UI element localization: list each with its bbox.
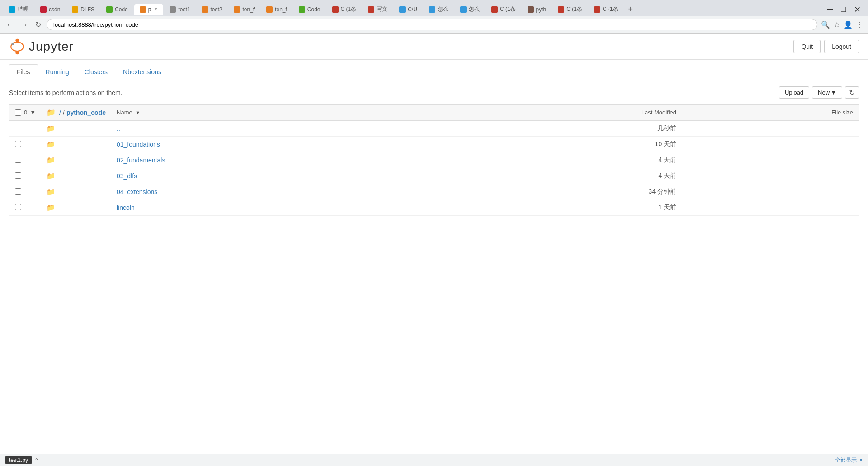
tab-code1[interactable]: Code bbox=[101, 4, 133, 15]
url-input[interactable] bbox=[53, 21, 811, 28]
tab-c3[interactable]: C (1条 bbox=[552, 3, 588, 16]
th-select-all[interactable]: 0 ▼ bbox=[9, 105, 42, 121]
tab-p-active[interactable]: p ✕ bbox=[134, 4, 164, 15]
tab-files[interactable]: Files bbox=[9, 64, 38, 79]
tab-favicon-c4 bbox=[594, 6, 600, 13]
td-icon-extensions: 📁 bbox=[41, 184, 111, 200]
svg-point-0 bbox=[15, 39, 19, 42]
breadcrumb-current[interactable]: python_code bbox=[66, 109, 106, 116]
table-row-fundamentals[interactable]: 📁 02_fundamentals 4 天前 bbox=[9, 152, 859, 168]
maximize-button[interactable]: □ bbox=[837, 5, 849, 14]
logout-button[interactable]: Logout bbox=[824, 40, 859, 53]
table-row-dlfs[interactable]: 📁 03_dlfs 4 天前 bbox=[9, 168, 859, 184]
menu-icon[interactable]: ⋮ bbox=[856, 20, 863, 29]
tab-bilibili[interactable]: 哔哩 bbox=[4, 3, 34, 16]
select-all-checkbox[interactable] bbox=[15, 109, 21, 116]
tab-close-p[interactable]: ✕ bbox=[154, 6, 158, 12]
td-size-foundations bbox=[682, 137, 859, 152]
td-name-parent[interactable]: .. bbox=[111, 121, 434, 137]
td-name-foundations[interactable]: 01_foundations bbox=[111, 137, 434, 152]
refresh-button[interactable]: ↻ bbox=[33, 19, 43, 31]
table-row-lincoln[interactable]: 📁 lincoln 1 天前 bbox=[9, 200, 859, 216]
td-name-lincoln[interactable]: lincoln bbox=[111, 200, 434, 216]
td-check-extensions[interactable] bbox=[9, 184, 42, 200]
td-icon-dlfs: 📁 bbox=[41, 168, 111, 184]
breadcrumb: 📁 / / python_code bbox=[47, 108, 106, 117]
td-modified-parent: 几秒前 bbox=[434, 121, 682, 137]
tab-zen2[interactable]: 怎么 bbox=[455, 3, 485, 16]
tab-zen1[interactable]: 怎么 bbox=[424, 3, 454, 16]
td-size-parent bbox=[682, 121, 859, 137]
account-icon[interactable]: 👤 bbox=[844, 20, 853, 29]
tab-ten1[interactable]: ten_f bbox=[228, 4, 260, 15]
td-modified-extensions: 34 分钟前 bbox=[434, 184, 682, 200]
tab-running[interactable]: Running bbox=[38, 64, 77, 79]
tab-xiey[interactable]: 写文 bbox=[363, 3, 393, 16]
address-bar[interactable] bbox=[47, 19, 817, 30]
checkbox-fundamentals[interactable] bbox=[15, 157, 21, 163]
td-icon-fundamentals: 📁 bbox=[41, 152, 111, 168]
breadcrumb-home[interactable]: / bbox=[59, 109, 61, 116]
td-icon-lincoln: 📁 bbox=[41, 200, 111, 216]
quit-button[interactable]: Quit bbox=[793, 40, 821, 53]
new-button[interactable]: New ▼ bbox=[812, 86, 842, 99]
tab-pyth[interactable]: pyth bbox=[522, 4, 552, 15]
forward-button[interactable]: → bbox=[19, 19, 30, 31]
tab-c4[interactable]: C (1条 bbox=[589, 3, 624, 16]
new-tab-button[interactable]: + bbox=[625, 5, 637, 14]
back-button[interactable]: ← bbox=[5, 19, 15, 31]
tab-favicon-c1 bbox=[332, 6, 339, 13]
tab-favicon-c2 bbox=[491, 6, 498, 13]
folder-icon: 📁 bbox=[47, 140, 55, 148]
refresh-files-button[interactable]: ↻ bbox=[845, 86, 859, 99]
td-size-extensions bbox=[682, 184, 859, 200]
td-name-fundamentals[interactable]: 02_fundamentals bbox=[111, 152, 434, 168]
tab-code2[interactable]: Code bbox=[293, 4, 326, 15]
tab-c2[interactable]: C (1条 bbox=[486, 3, 521, 16]
breadcrumb-sep: / bbox=[63, 109, 65, 116]
tab-favicon-pyth bbox=[528, 6, 534, 13]
tab-favicon-test1 bbox=[170, 6, 176, 13]
tab-c1[interactable]: C (1条 bbox=[327, 3, 362, 16]
table-row-extensions[interactable]: 📁 04_extensions 34 分钟前 bbox=[9, 184, 859, 200]
td-check-lincoln[interactable] bbox=[9, 200, 42, 216]
td-modified-fundamentals: 4 天前 bbox=[434, 152, 682, 168]
close-button[interactable]: ✕ bbox=[850, 5, 864, 14]
td-check-dlfs[interactable] bbox=[9, 168, 42, 184]
tab-test1[interactable]: test1 bbox=[164, 4, 195, 15]
minimize-button[interactable]: ─ bbox=[823, 5, 836, 14]
search-icon[interactable]: 🔍 bbox=[821, 20, 830, 29]
td-check-foundations[interactable] bbox=[9, 137, 42, 152]
tab-dlfs[interactable]: DLFS bbox=[66, 4, 100, 15]
tab-test2[interactable]: test2 bbox=[196, 4, 227, 15]
folder-icon: 📁 bbox=[47, 188, 55, 195]
checkbox-foundations[interactable] bbox=[15, 141, 21, 147]
td-check-fundamentals[interactable] bbox=[9, 152, 42, 168]
folder-icon: 📁 bbox=[47, 172, 55, 180]
star-icon[interactable]: ☆ bbox=[834, 20, 840, 29]
folder-icon: 📁 bbox=[47, 124, 55, 132]
th-last-modified[interactable]: Last Modified bbox=[434, 105, 682, 121]
tab-csdn[interactable]: csdn bbox=[35, 4, 66, 15]
td-name-extensions[interactable]: 04_extensions bbox=[111, 184, 434, 200]
tab-clusters[interactable]: Clusters bbox=[77, 64, 115, 79]
table-row-parent[interactable]: 📁 .. 几秒前 bbox=[9, 121, 859, 137]
td-name-dlfs[interactable]: 03_dlfs bbox=[111, 168, 434, 184]
checkbox-dlfs[interactable] bbox=[15, 172, 21, 179]
svg-point-3 bbox=[11, 43, 14, 45]
checkbox-lincoln[interactable] bbox=[15, 204, 21, 210]
th-name[interactable]: Name ▼ bbox=[111, 105, 434, 121]
tab-cu[interactable]: C\U bbox=[394, 4, 423, 15]
file-table: 0 ▼ 📁 / / python_code bbox=[9, 104, 859, 216]
tab-nbextensions[interactable]: Nbextensions bbox=[115, 64, 169, 79]
tab-favicon-cu bbox=[399, 6, 406, 13]
table-header-row: 0 ▼ 📁 / / python_code bbox=[9, 105, 859, 121]
table-row-foundations[interactable]: 📁 01_foundations 10 天前 bbox=[9, 137, 859, 152]
folder-icon: 📁 bbox=[47, 204, 55, 211]
browser-action-icons: 🔍 ☆ 👤 ⋮ bbox=[821, 20, 863, 29]
tab-ten2[interactable]: ten_f bbox=[261, 4, 292, 15]
th-file-size[interactable]: File size bbox=[682, 105, 859, 121]
checkbox-extensions[interactable] bbox=[15, 188, 21, 195]
upload-button[interactable]: Upload bbox=[779, 86, 809, 99]
tab-favicon-code1 bbox=[106, 6, 113, 13]
